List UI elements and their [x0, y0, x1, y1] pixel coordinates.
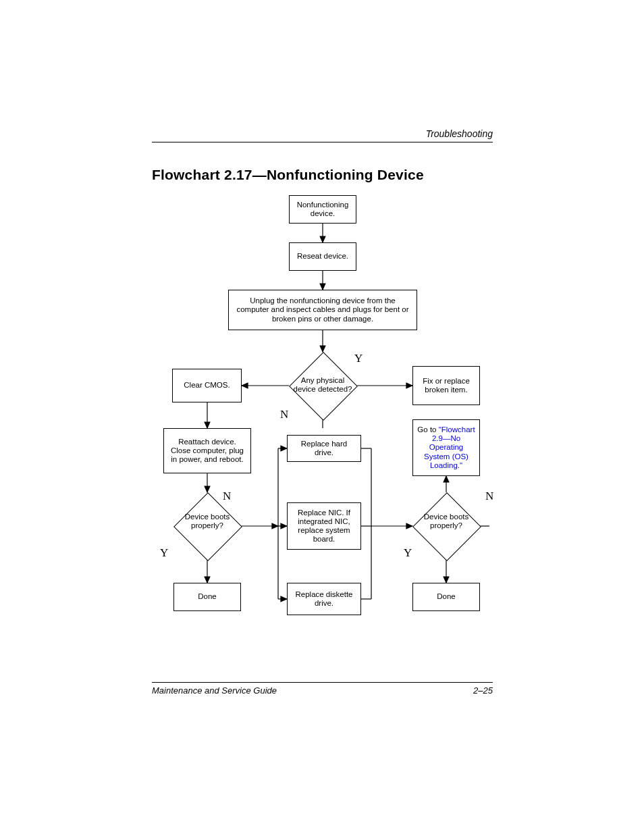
decision-physical-damage-label: Any physical device detected? — [289, 376, 356, 394]
label-y-2: Y — [160, 546, 168, 560]
node-replace-hd: Replace hard drive. — [287, 435, 361, 462]
node-replace-nic: Replace NIC. If integrated NIC, replace … — [287, 502, 361, 550]
label-n-3: N — [485, 490, 493, 503]
label-n-1: N — [280, 408, 288, 421]
node-reseat: Reseat device. — [289, 242, 356, 271]
footer: Maintenance and Service Guide 2–25 — [152, 682, 493, 696]
node-reattach: Reattach device. Close computer, plug in… — [163, 428, 251, 473]
label-n-2: N — [223, 490, 231, 503]
node-start: Nonfunctioning device. — [289, 195, 356, 224]
label-y-3: Y — [404, 546, 412, 560]
node-done-left: Done — [173, 583, 241, 611]
header-rule — [152, 142, 493, 142]
node-done-right: Done — [412, 583, 480, 611]
node-clear-cmos: Clear CMOS. — [172, 369, 242, 402]
footer-right: 2–25 — [473, 685, 493, 696]
node-unplug: Unplug the nonfunctioning device from th… — [228, 290, 417, 330]
footer-left: Maintenance and Service Guide — [152, 685, 277, 696]
decision-boots-left-label: Device boots properly? — [173, 513, 241, 530]
flowchart: Nonfunctioning device. Reseat device. Un… — [152, 195, 493, 627]
footer-rule — [152, 682, 493, 683]
decision-boots-right-label: Device boots properly? — [412, 513, 480, 530]
node-replace-diskette: Replace diskette drive. — [287, 583, 361, 615]
goto-prefix: Go to — [417, 425, 438, 434]
node-fix-replace: Fix or replace broken item. — [412, 366, 480, 405]
section-label: Troubleshooting — [152, 128, 493, 139]
node-goto: Go to "Flowchart 2.9—No Operating System… — [412, 419, 480, 476]
page-title: Flowchart 2.17—Nonfunctioning Device — [152, 167, 493, 183]
label-y-1: Y — [354, 352, 363, 365]
